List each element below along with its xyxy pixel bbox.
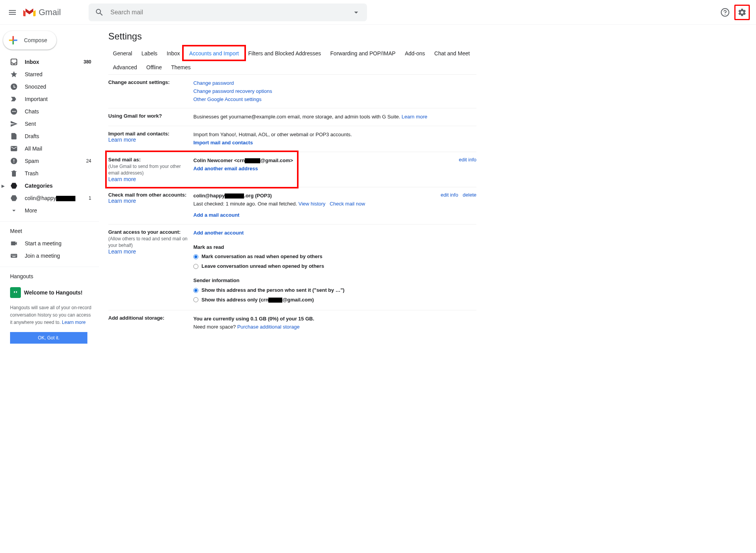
check-mail-last-checked: Last checked: 1 minute ago. One mail fet… xyxy=(193,201,299,207)
send-as-learn-more-link[interactable]: Learn more xyxy=(108,176,136,182)
hangouts-learn-more-link[interactable]: Learn more xyxy=(62,320,85,325)
link-other-google-account-settings[interactable]: Other Google Account settings xyxy=(193,96,476,104)
sidebar-item-more[interactable]: More xyxy=(0,204,96,217)
gsuite-learn-more-link[interactable]: Learn more xyxy=(402,114,427,120)
main-content: Settings GeneralLabelsInboxAccounts and … xyxy=(99,25,486,344)
meet-item-start-a-meeting[interactable]: Start a meeting xyxy=(0,237,99,250)
gmail-icon xyxy=(23,8,36,17)
tab-filters-and-blocked-addresses[interactable]: Filters and Blocked Addresses xyxy=(244,46,326,60)
nav-label: Important xyxy=(25,96,91,102)
label-send-mail-as: Send mail as: xyxy=(108,157,190,163)
sender-info-radio-2[interactable] xyxy=(193,297,198,302)
sidebar-item-chats[interactable]: Chats xyxy=(0,105,96,118)
tab-general[interactable]: General xyxy=(108,46,137,60)
label-storage: Add additional storage: xyxy=(108,315,190,321)
link-change-password[interactable]: Change password xyxy=(193,79,476,87)
tab-accounts-and-import[interactable]: Accounts and Import xyxy=(184,46,243,60)
meet-section: Meet Start a meetingJoin a meeting xyxy=(0,221,99,262)
gmail-logo[interactable]: Gmail xyxy=(22,7,64,17)
meet-item-label: Join a meeting xyxy=(25,253,60,259)
sidebar-item-inbox[interactable]: Inbox380 xyxy=(0,56,96,68)
tab-chat-and-meet[interactable]: Chat and Meet xyxy=(430,46,474,60)
hangouts-card-desc: Hangouts will save all of your on-record… xyxy=(10,304,93,327)
tab-themes[interactable]: Themes xyxy=(167,60,196,74)
nav-label: All Mail xyxy=(25,146,91,152)
send-as-edit-info-link[interactable]: edit info xyxy=(459,157,476,163)
gmail-logo-text: Gmail xyxy=(39,7,61,17)
add-another-account-link[interactable]: Add another account xyxy=(193,230,244,236)
sidebar-item-starred[interactable]: Starred xyxy=(0,68,96,80)
label-grant-access: Grant access to your account: xyxy=(108,229,190,235)
mark-read-option-1[interactable]: Mark conversation as read when opened by… xyxy=(193,253,476,261)
sender-info-option-2[interactable]: Show this address only (crn@gmail.com) xyxy=(193,296,476,304)
meet-item-join-a-meeting[interactable]: Join a meeting xyxy=(0,250,99,262)
link-change-password-recovery-options[interactable]: Change password recovery options xyxy=(193,87,476,96)
nav-label: Categories xyxy=(25,183,91,189)
sidebar-item-sent[interactable]: Sent xyxy=(0,118,96,130)
grant-access-learn-more-link[interactable]: Learn more xyxy=(108,248,136,255)
svg-rect-8 xyxy=(14,162,14,163)
sublabel-grant-access: (Allow others to read and send mail on y… xyxy=(108,236,190,249)
nav-list: Inbox380StarredSnoozedImportantChatsSent… xyxy=(0,56,99,217)
sidebar-item-snoozed[interactable]: Snoozed xyxy=(0,80,96,93)
row-grant-access: Grant access to your account: (Allow oth… xyxy=(108,224,476,311)
check-mail-learn-more-link[interactable]: Learn more xyxy=(108,198,136,204)
sidebar-item-colin-happy[interactable]: colin@happy1 xyxy=(0,192,96,204)
row-check-mail: Check mail from other accounts: Learn mo… xyxy=(108,187,476,224)
sidebar-item-categories[interactable]: ▶Categories xyxy=(0,180,96,192)
allmail-icon xyxy=(10,145,18,152)
sender-info-option-1[interactable]: Show this address and the person who sen… xyxy=(193,286,476,294)
check-mail-edit-info-link[interactable]: edit info xyxy=(440,192,458,198)
send-as-email: Colin Newcomer <crn@gmail.com> xyxy=(193,157,434,165)
sidebar-item-important[interactable]: Important xyxy=(0,93,96,105)
sidebar-item-spam[interactable]: Spam24 xyxy=(0,155,96,167)
clock-icon xyxy=(10,83,18,91)
drafts-icon xyxy=(10,132,18,140)
tab-offline[interactable]: Offline xyxy=(142,60,166,74)
tab-add-ons[interactable]: Add-ons xyxy=(400,46,430,60)
import-mail-learn-more-link[interactable]: Learn more xyxy=(108,137,136,143)
hangouts-section: Hangouts Welcome to Hangouts! Hangouts w… xyxy=(0,267,99,344)
hamburger-icon xyxy=(8,8,17,17)
search-button[interactable] xyxy=(92,5,107,20)
settings-button[interactable] xyxy=(734,5,750,20)
keyboard-icon xyxy=(10,252,18,260)
tab-labels[interactable]: Labels xyxy=(137,46,162,60)
svg-rect-10 xyxy=(12,255,12,256)
label-check-mail: Check mail from other accounts: xyxy=(108,192,190,198)
hangouts-ok-button[interactable]: OK, Got it. xyxy=(10,332,87,344)
more-icon xyxy=(10,207,18,214)
meet-section-title: Meet xyxy=(0,225,99,237)
mark-read-option-2[interactable]: Leave conversation unread when opened by… xyxy=(193,262,476,271)
add-mail-account-link[interactable]: Add a mail account xyxy=(193,212,239,218)
tab-forwarding-and-pop-imap[interactable]: Forwarding and POP/IMAP xyxy=(326,46,400,60)
check-mail-delete-link[interactable]: delete xyxy=(463,192,476,198)
purchase-storage-link[interactable]: Purchase additional storage xyxy=(237,324,299,330)
add-email-address-link[interactable]: Add another email address xyxy=(193,166,258,171)
sidebar-item-drafts[interactable]: Drafts xyxy=(0,130,96,142)
trash-icon xyxy=(10,169,18,177)
body: Compose Inbox380StarredSnoozedImportantC… xyxy=(0,25,756,344)
tab-advanced[interactable]: Advanced xyxy=(108,60,142,74)
import-mail-action-link[interactable]: Import mail and contacts xyxy=(193,140,253,146)
main-menu-button[interactable] xyxy=(3,3,22,22)
row-import-mail: Import mail and contacts: Learn more Imp… xyxy=(108,126,476,152)
compose-button[interactable]: Compose xyxy=(3,31,56,50)
search-options-button[interactable] xyxy=(348,5,364,20)
sidebar-item-all-mail[interactable]: All Mail xyxy=(0,142,96,155)
check-mail-account: colin@happy.org (POP3) xyxy=(193,192,434,200)
support-button[interactable] xyxy=(717,5,733,20)
mark-read-radio-1[interactable] xyxy=(193,254,198,259)
search-input[interactable] xyxy=(107,9,348,16)
hangouts-section-title: Hangouts xyxy=(0,270,99,282)
svg-rect-11 xyxy=(13,255,14,256)
check-mail-now-link[interactable]: Check mail now xyxy=(329,201,365,207)
nav-label: Drafts xyxy=(25,133,91,139)
svg-rect-9 xyxy=(11,254,17,258)
tab-inbox[interactable]: Inbox xyxy=(162,46,184,60)
sender-info-radio-1[interactable] xyxy=(193,288,198,293)
settings-table: Change account settings: Change password… xyxy=(108,75,476,336)
sidebar-item-trash[interactable]: Trash xyxy=(0,167,96,180)
view-history-link[interactable]: View history xyxy=(299,201,326,207)
mark-read-radio-2[interactable] xyxy=(193,264,198,269)
